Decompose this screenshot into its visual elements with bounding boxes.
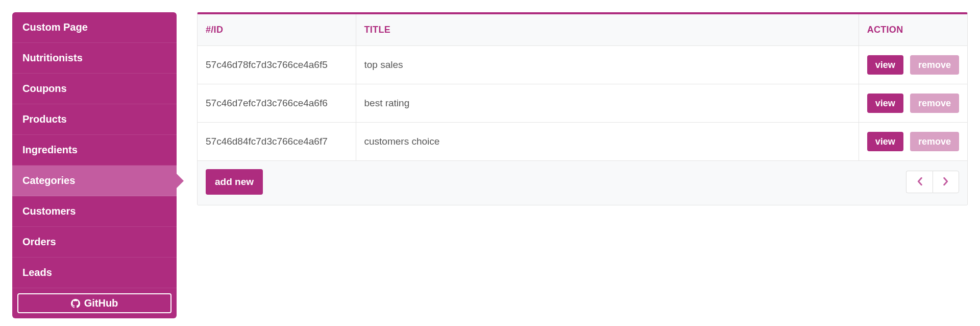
view-button[interactable]: view	[867, 132, 903, 151]
col-header-id: #/ID	[198, 14, 356, 46]
chevron-right-icon	[943, 176, 949, 188]
sidebar-item-label: Products	[22, 113, 67, 125]
remove-button[interactable]: remove	[910, 132, 959, 151]
table-header-row: #/ID TITLE ACTION	[198, 14, 967, 46]
cell-id: 57c46d7efc7d3c766ce4a6f6	[198, 84, 356, 123]
add-new-button[interactable]: add new	[206, 169, 263, 195]
cell-title: best rating	[356, 84, 859, 123]
cell-action: view remove	[859, 123, 967, 161]
pager	[906, 171, 959, 193]
cell-action: view remove	[859, 46, 967, 84]
pager-next-button[interactable]	[933, 171, 959, 193]
sidebar-item-coupons[interactable]: Coupons	[12, 74, 177, 104]
sidebar-nav: Custom Page Nutritionists Coupons Produc…	[12, 12, 177, 318]
panel-footer: add new	[198, 161, 967, 205]
col-header-title: TITLE	[356, 14, 859, 46]
cell-action: view remove	[859, 84, 967, 123]
sidebar-item-label: Nutritionists	[22, 52, 83, 63]
github-label: GitHub	[84, 297, 118, 309]
sidebar-item-ingredients[interactable]: Ingredients	[12, 135, 177, 166]
cell-title: customers choice	[356, 123, 859, 161]
sidebar-item-customers[interactable]: Customers	[12, 196, 177, 227]
cell-id: 57c46d78fc7d3c766ce4a6f5	[198, 46, 356, 84]
sidebar-item-categories[interactable]: Categories	[12, 166, 177, 196]
sidebar-item-label: Customers	[22, 205, 76, 217]
categories-panel: #/ID TITLE ACTION 57c46d78fc7d3c766ce4a6…	[197, 12, 968, 205]
table-row: 57c46d7efc7d3c766ce4a6f6 best rating vie…	[198, 84, 967, 123]
sidebar-item-leads[interactable]: Leads	[12, 258, 177, 288]
sidebar-item-label: Orders	[22, 236, 56, 247]
view-button[interactable]: view	[867, 94, 903, 113]
sidebar-item-label: Ingredients	[22, 144, 78, 155]
sidebar-item-orders[interactable]: Orders	[12, 227, 177, 258]
sidebar-item-label: Categories	[22, 175, 75, 186]
cell-id: 57c46d84fc7d3c766ce4a6f7	[198, 123, 356, 161]
sidebar-item-custom-page[interactable]: Custom Page	[12, 12, 177, 43]
table-row: 57c46d84fc7d3c766ce4a6f7 customers choic…	[198, 123, 967, 161]
remove-button[interactable]: remove	[910, 94, 959, 113]
cell-title: top sales	[356, 46, 859, 84]
col-header-action: ACTION	[859, 14, 967, 46]
pager-prev-button[interactable]	[906, 171, 933, 193]
github-icon	[71, 299, 80, 308]
sidebar-item-label: Coupons	[22, 83, 67, 94]
table-row: 57c46d78fc7d3c766ce4a6f5 top sales view …	[198, 46, 967, 84]
categories-table: #/ID TITLE ACTION 57c46d78fc7d3c766ce4a6…	[198, 14, 967, 161]
view-button[interactable]: view	[867, 55, 903, 75]
chevron-left-icon	[917, 176, 923, 188]
github-link[interactable]: GitHub	[17, 293, 172, 313]
sidebar-item-nutritionists[interactable]: Nutritionists	[12, 43, 177, 74]
sidebar-item-label: Leads	[22, 267, 52, 278]
sidebar-item-products[interactable]: Products	[12, 104, 177, 135]
remove-button[interactable]: remove	[910, 55, 959, 75]
sidebar-item-label: Custom Page	[22, 21, 88, 33]
